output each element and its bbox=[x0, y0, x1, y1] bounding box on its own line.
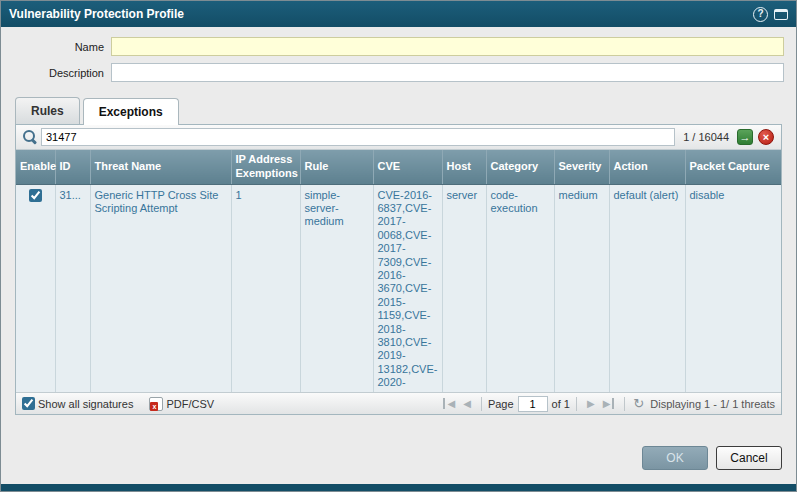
dialog-button-row: OK Cancel bbox=[1, 446, 796, 484]
next-page-icon[interactable]: ▶ bbox=[583, 398, 599, 409]
cell-cve: CVE-2016-6837,CVE-2017-0068,CVE-2017-730… bbox=[373, 184, 442, 392]
search-toolbar: 1 / 16044 → × bbox=[16, 125, 781, 150]
vulnerability-protection-profile-dialog: Vulnerability Protection Profile ? Name … bbox=[0, 0, 797, 492]
cell-enable bbox=[16, 184, 55, 392]
grid-header-row: Enable ID Threat Name IP Address Exempti… bbox=[16, 150, 781, 184]
threat-name-link[interactable]: Generic HTTP Cross Site Scripting Attemp… bbox=[95, 189, 219, 214]
last-page-icon[interactable]: ▶ bbox=[599, 398, 615, 409]
column-header-host[interactable]: Host bbox=[442, 150, 486, 184]
pdf-csv-link[interactable]: PDF/CSV bbox=[166, 398, 214, 410]
help-icon: ? bbox=[753, 7, 768, 22]
dialog-title: Vulnerability Protection Profile bbox=[9, 7, 184, 21]
enable-checkbox[interactable] bbox=[29, 189, 42, 202]
apply-filter-button[interactable]: → bbox=[737, 129, 753, 145]
search-icon bbox=[23, 130, 37, 144]
exceptions-panel: 1 / 16044 → × Enable ID Threat Name IP A bbox=[15, 124, 782, 415]
column-header-category[interactable]: Category bbox=[486, 150, 554, 184]
show-all-signatures-label: Show all signatures bbox=[38, 398, 133, 410]
column-header-packet-capture[interactable]: Packet Capture bbox=[685, 150, 781, 184]
cell-id: 31... bbox=[55, 184, 90, 392]
table-row[interactable]: 31... Generic HTTP Cross Site Scripting … bbox=[16, 184, 781, 392]
column-header-enable[interactable]: Enable bbox=[16, 150, 55, 184]
clear-filter-button[interactable]: × bbox=[758, 129, 774, 145]
search-result-count: 1 / 16044 bbox=[683, 131, 729, 143]
cell-rule: simple-server-medium bbox=[300, 184, 373, 392]
pdf-csv-icon bbox=[149, 397, 163, 411]
cell-packet-capture: disable bbox=[685, 184, 781, 392]
dialog-bottom-strip bbox=[1, 484, 796, 491]
column-header-threat-name[interactable]: Threat Name bbox=[90, 150, 231, 184]
page-number-input[interactable] bbox=[518, 396, 548, 412]
grid-footer-toolbar: Show all signatures PDF/CSV ◀ ◀ Page of … bbox=[16, 392, 781, 414]
refresh-icon[interactable]: ↻ bbox=[633, 396, 644, 411]
tab-bar: Rules Exceptions bbox=[1, 89, 796, 124]
form-area: Name Description bbox=[1, 27, 796, 89]
pager-divider bbox=[624, 397, 625, 411]
window-icon bbox=[774, 9, 788, 20]
id-link[interactable]: 31... bbox=[60, 189, 81, 201]
pager-divider bbox=[481, 397, 482, 411]
column-header-cve[interactable]: CVE bbox=[373, 150, 442, 184]
name-input[interactable] bbox=[111, 37, 784, 56]
page-of-label: of 1 bbox=[552, 398, 570, 410]
show-all-signatures-checkbox[interactable] bbox=[22, 397, 35, 410]
pager-divider bbox=[576, 397, 577, 411]
ok-button[interactable]: OK bbox=[642, 446, 708, 470]
column-header-severity[interactable]: Severity bbox=[554, 150, 609, 184]
displaying-status: Displaying 1 - 1/ 1 threats bbox=[650, 398, 775, 410]
cell-host: server bbox=[442, 184, 486, 392]
column-header-id[interactable]: ID bbox=[55, 150, 90, 184]
description-input[interactable] bbox=[111, 63, 784, 82]
pager: ◀ ◀ Page of 1 ▶ ▶ ↻ Displaying 1 - 1/ 1 … bbox=[439, 396, 775, 412]
name-label: Name bbox=[13, 41, 111, 53]
tab-exceptions[interactable]: Exceptions bbox=[83, 98, 179, 125]
exceptions-grid: Enable ID Threat Name IP Address Exempti… bbox=[16, 150, 781, 392]
cell-category: code-execution bbox=[486, 184, 554, 392]
cell-severity: medium bbox=[554, 184, 609, 392]
cell-action: default (alert) bbox=[609, 184, 685, 392]
window-button[interactable] bbox=[774, 9, 788, 20]
first-page-icon[interactable]: ◀ bbox=[443, 398, 459, 409]
search-input[interactable] bbox=[41, 128, 675, 146]
prev-page-icon[interactable]: ◀ bbox=[459, 398, 475, 409]
page-label: Page bbox=[488, 398, 514, 410]
help-button[interactable]: ? bbox=[753, 7, 768, 22]
cancel-button[interactable]: Cancel bbox=[716, 446, 782, 470]
description-row: Description bbox=[13, 63, 784, 82]
name-row: Name bbox=[13, 37, 784, 56]
cell-threat-name: Generic HTTP Cross Site Scripting Attemp… bbox=[90, 184, 231, 392]
description-label: Description bbox=[13, 67, 111, 79]
cell-ip-exemptions: 1 bbox=[231, 184, 300, 392]
column-header-action[interactable]: Action bbox=[609, 150, 685, 184]
column-header-ip-exemptions[interactable]: IP Address Exemptions bbox=[231, 150, 300, 184]
column-header-rule[interactable]: Rule bbox=[300, 150, 373, 184]
tab-rules[interactable]: Rules bbox=[15, 97, 80, 124]
dialog-titlebar: Vulnerability Protection Profile ? bbox=[1, 1, 796, 27]
